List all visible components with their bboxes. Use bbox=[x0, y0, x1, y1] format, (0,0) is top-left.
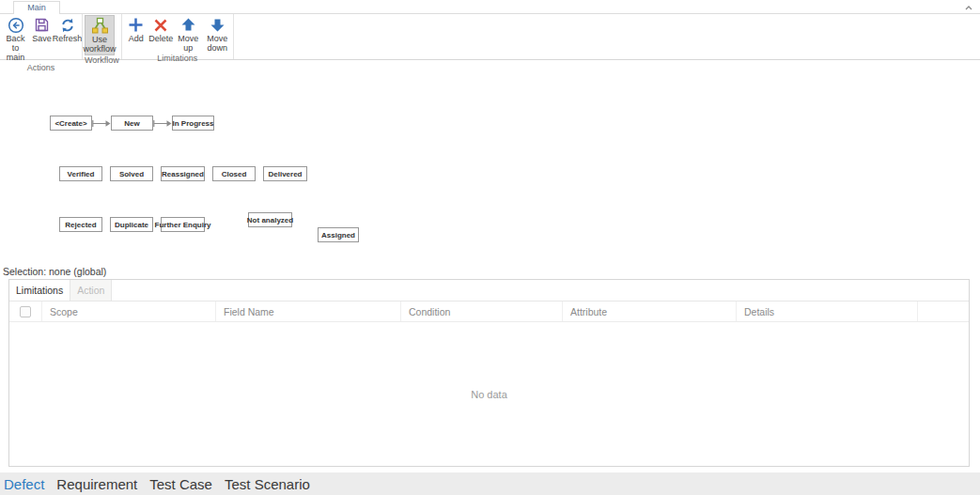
ribbon-group-limitations: Add Delete bbox=[122, 14, 234, 59]
grid-body: No data bbox=[9, 322, 969, 466]
entity-tab-requirement[interactable]: Requirement bbox=[56, 476, 137, 492]
entity-tab-test-scenario[interactable]: Test Scenario bbox=[225, 476, 310, 492]
no-data-text: No data bbox=[9, 389, 969, 400]
ribbon-group-label: Workflow bbox=[85, 55, 119, 66]
move-down-button[interactable]: Move down bbox=[204, 15, 231, 54]
ribbon-tab-main[interactable]: Main bbox=[13, 1, 60, 14]
header-checkbox-cell bbox=[9, 302, 42, 321]
arrow-up-icon bbox=[179, 16, 197, 34]
column-header-attribute[interactable]: Attribute bbox=[563, 302, 737, 321]
workflow-editor-window: Main Back to ma bbox=[0, 0, 980, 495]
button-label: Use workflow bbox=[84, 35, 117, 54]
chevron-up-icon bbox=[964, 0, 973, 15]
ribbon-group-label: Limitations bbox=[124, 54, 231, 64]
workflow-node-delivered[interactable]: Delivered bbox=[263, 166, 307, 181]
x-icon bbox=[151, 16, 170, 34]
move-up-button[interactable]: Move up bbox=[177, 15, 200, 54]
workflow-node-assigned[interactable]: Assigned bbox=[318, 227, 359, 242]
ribbon-body: Back to main Save bbox=[0, 13, 980, 60]
workflow-node-reassigned[interactable]: Reassigned bbox=[161, 166, 205, 181]
refresh-button[interactable]: Refresh bbox=[54, 15, 80, 44]
button-label: Delete bbox=[148, 34, 173, 43]
limitations-panel: Limitations Action Scope Field Name Cond… bbox=[8, 279, 970, 467]
workflow-node-create[interactable]: <Create> bbox=[50, 116, 92, 131]
ribbon: Main Back to ma bbox=[0, 0, 980, 60]
plus-icon bbox=[127, 16, 146, 34]
panel-tab-bar: Limitations Action bbox=[9, 280, 969, 302]
ribbon-group-actions: Back to main Save bbox=[0, 14, 83, 59]
workflow-node-new[interactable]: New bbox=[111, 116, 153, 131]
button-label: Move up bbox=[178, 34, 199, 53]
column-header-details[interactable]: Details bbox=[737, 302, 918, 321]
button-label: Add bbox=[129, 34, 144, 43]
ribbon-group-workflow: Use workflow Workflow bbox=[83, 14, 122, 59]
tab-limitations[interactable]: Limitations bbox=[9, 280, 70, 301]
entity-tab-defect[interactable]: Defect bbox=[4, 476, 44, 492]
add-button[interactable]: Add bbox=[127, 15, 146, 44]
floppy-disk-icon bbox=[33, 16, 52, 34]
ribbon-group-label: Actions bbox=[2, 63, 80, 73]
save-button[interactable]: Save bbox=[31, 15, 53, 44]
workflow-arrow-create-new bbox=[92, 116, 111, 131]
workflow-node-closed[interactable]: Closed bbox=[212, 166, 256, 181]
workflow-node-further-enquiry[interactable]: Further Enquiry bbox=[161, 217, 205, 232]
grid-header-row: Scope Field Name Condition Attribute Det… bbox=[9, 302, 969, 322]
workflow-node-verified[interactable]: Verified bbox=[59, 166, 102, 181]
delete-button[interactable]: Delete bbox=[149, 15, 173, 44]
column-header-field-name[interactable]: Field Name bbox=[216, 302, 401, 321]
select-all-checkbox[interactable] bbox=[20, 306, 31, 317]
workflow-node-rejected[interactable]: Rejected bbox=[59, 217, 102, 232]
back-to-main-button[interactable]: Back to main bbox=[2, 15, 29, 63]
workflow-node-solved[interactable]: Solved bbox=[110, 166, 153, 181]
column-header-empty bbox=[918, 302, 969, 321]
button-label: Move down bbox=[205, 34, 230, 53]
button-label: Save bbox=[32, 34, 52, 43]
workflow-node-not-analyzed[interactable]: Not analyzed bbox=[248, 212, 292, 227]
refresh-icon bbox=[58, 16, 77, 34]
button-label: Back to main bbox=[3, 34, 28, 62]
workflow-node-duplicate[interactable]: Duplicate bbox=[110, 217, 153, 232]
entity-type-bar: Defect Requirement Test Case Test Scenar… bbox=[0, 472, 980, 495]
button-label: Refresh bbox=[53, 34, 83, 43]
workflow-icon bbox=[90, 17, 109, 35]
back-circle-icon bbox=[7, 16, 25, 34]
column-header-scope[interactable]: Scope bbox=[42, 302, 216, 321]
selection-label: Selection: none (global) bbox=[3, 266, 106, 277]
workflow-node-in-progress[interactable]: In Progress bbox=[172, 116, 214, 131]
entity-tab-test-case[interactable]: Test Case bbox=[149, 476, 212, 492]
tab-action[interactable]: Action bbox=[70, 280, 112, 301]
arrow-down-icon bbox=[208, 16, 226, 34]
column-header-condition[interactable]: Condition bbox=[401, 302, 563, 321]
use-workflow-toggle[interactable]: Use workflow bbox=[85, 15, 115, 55]
workflow-arrow-new-inprogress bbox=[153, 116, 172, 131]
collapse-ribbon-button[interactable] bbox=[963, 2, 974, 11]
